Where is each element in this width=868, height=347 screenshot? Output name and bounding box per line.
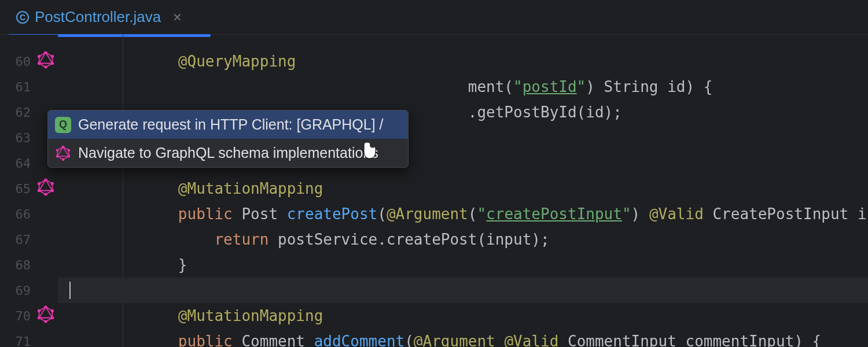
gutter-line-number[interactable]: 65 bbox=[0, 176, 57, 201]
svg-point-20 bbox=[51, 316, 54, 319]
query-action-icon: Q bbox=[55, 117, 71, 133]
gutter: 60 6162636465 6667686970 71 bbox=[0, 35, 58, 347]
intention-item[interactable]: Navigate to GraphQL schema implementatio… bbox=[48, 139, 408, 167]
gutter-line-number[interactable]: 69 bbox=[0, 278, 57, 303]
intention-popup: QGenerate request in HTTP Client: [GRAPH… bbox=[47, 110, 409, 168]
code-line-66[interactable]: public Post createPost(@Argument("create… bbox=[58, 201, 868, 227]
svg-point-22 bbox=[38, 316, 41, 319]
svg-point-7 bbox=[38, 55, 41, 58]
code-line-60[interactable]: @QueryMapping bbox=[58, 49, 868, 74]
annotation: @MutationMapping bbox=[178, 180, 323, 197]
gutter-line-number[interactable]: 60 bbox=[0, 49, 57, 74]
annotation: @QueryMapping bbox=[178, 53, 296, 70]
editor: 60 6162636465 6667686970 71 bbox=[0, 35, 868, 347]
gutter-line-number[interactable]: 61 bbox=[0, 74, 57, 99]
intention-item-label: Generate request in HTTP Client: [GRAPHQ… bbox=[78, 116, 384, 133]
tab-bar: C PostController.java ✕ bbox=[0, 0, 868, 35]
svg-point-30 bbox=[56, 154, 59, 157]
gutter-line-number[interactable]: 67 bbox=[0, 227, 57, 252]
svg-point-14 bbox=[38, 189, 41, 192]
svg-point-3 bbox=[51, 55, 54, 58]
svg-point-15 bbox=[38, 182, 41, 185]
annotation: @MutationMapping bbox=[178, 307, 323, 324]
code-line-69[interactable] bbox=[58, 278, 868, 303]
code-line-68[interactable]: } bbox=[58, 252, 868, 278]
gutter-line-number[interactable]: 71 bbox=[0, 328, 57, 347]
svg-point-19 bbox=[51, 309, 54, 312]
code-area[interactable]: @QueryMapping ment("postId") String id) … bbox=[58, 35, 868, 347]
graphql-icon[interactable] bbox=[37, 51, 54, 72]
svg-point-28 bbox=[68, 154, 71, 157]
graphql-icon bbox=[55, 145, 71, 161]
svg-point-4 bbox=[51, 62, 54, 65]
close-icon[interactable]: ✕ bbox=[172, 10, 182, 24]
svg-marker-17 bbox=[39, 307, 53, 318]
code-line-61[interactable]: ment("postId") String id) { bbox=[58, 74, 868, 99]
intention-item[interactable]: QGenerate request in HTTP Client: [GRAPH… bbox=[48, 110, 408, 139]
svg-point-31 bbox=[56, 149, 59, 152]
gutter-line-number[interactable]: 70 bbox=[0, 303, 57, 328]
svg-marker-25 bbox=[57, 147, 69, 156]
gutter-line-number[interactable]: 68 bbox=[0, 252, 57, 278]
svg-marker-1 bbox=[39, 53, 53, 64]
svg-point-23 bbox=[38, 309, 41, 312]
graphql-icon[interactable] bbox=[37, 306, 54, 326]
svg-marker-9 bbox=[39, 180, 53, 191]
gutter-line-number[interactable]: 66 bbox=[0, 201, 57, 227]
class-file-icon: C bbox=[16, 11, 29, 24]
intention-item-label: Navigate to GraphQL schema implementatio… bbox=[78, 145, 378, 161]
svg-point-12 bbox=[51, 189, 54, 192]
code-line-71[interactable]: public Comment addComment(@Argument @Val… bbox=[58, 328, 868, 347]
code-line-70[interactable]: @MutationMapping bbox=[58, 303, 868, 328]
code-line-67[interactable]: return postService.createPost(input); bbox=[58, 227, 868, 252]
file-tab[interactable]: C PostController.java ✕ bbox=[8, 0, 190, 34]
text-caret bbox=[69, 282, 71, 299]
svg-point-27 bbox=[68, 149, 71, 152]
code-line-65[interactable]: @MutationMapping bbox=[58, 176, 868, 201]
svg-point-11 bbox=[51, 182, 54, 185]
tab-title: PostController.java bbox=[35, 8, 161, 26]
graphql-icon[interactable] bbox=[37, 179, 54, 199]
svg-point-6 bbox=[38, 62, 41, 65]
